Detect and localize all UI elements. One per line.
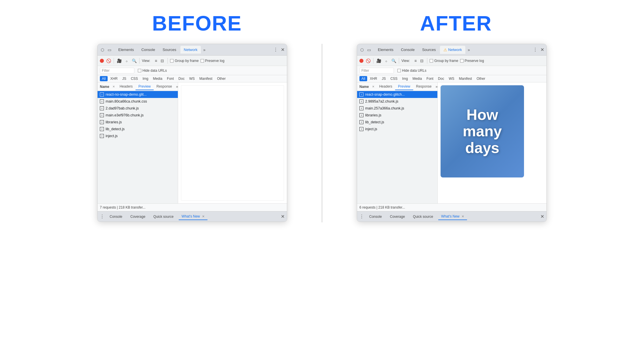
filter-media-before[interactable]: Media: [151, 76, 164, 81]
name-col-x-after[interactable]: ✕: [371, 85, 375, 89]
list-view-icon-after[interactable]: ≡: [413, 58, 418, 64]
kebab-icon-after[interactable]: ⋮: [533, 47, 538, 52]
drawer-whatsnew-close-after[interactable]: ✕: [462, 215, 464, 218]
tab-console-before[interactable]: Console: [138, 46, 159, 54]
file-item-1-before[interactable]: f main.80ca66ca.chunk.css: [98, 98, 178, 105]
filter-input-before[interactable]: Filter: [100, 68, 134, 73]
filter-ws-after[interactable]: WS: [447, 76, 456, 81]
drawer-coverage-before[interactable]: Coverage: [127, 213, 148, 220]
filter-doc-before[interactable]: Doc: [176, 76, 186, 81]
filter-input-after[interactable]: Filter: [359, 68, 394, 73]
hide-data-urls-before[interactable]: Hide data URLs: [138, 69, 167, 73]
filter-img-before[interactable]: Img: [140, 76, 150, 81]
filter-xhr-before[interactable]: XHR: [108, 76, 119, 81]
filter-img-after[interactable]: Img: [400, 76, 410, 81]
filter-all-after[interactable]: All: [359, 76, 367, 81]
drawer-coverage-after[interactable]: Coverage: [387, 213, 408, 220]
filter-css-before[interactable]: CSS: [129, 76, 140, 81]
sub-tab-response-before[interactable]: Response: [154, 83, 175, 90]
drawer-whatsnew-before[interactable]: What's New ✕: [179, 213, 207, 220]
close-icon-before[interactable]: ✕: [281, 47, 285, 52]
sub-tab-preview-after[interactable]: Preview: [395, 83, 413, 90]
drawer-dots-after[interactable]: ⋮: [359, 214, 364, 219]
drawer-close-before[interactable]: ✕: [281, 214, 285, 219]
filter-manifest-after[interactable]: Manifest: [457, 76, 474, 81]
tab-more-after[interactable]: »: [466, 46, 472, 53]
filter-font-before[interactable]: Font: [165, 76, 176, 81]
search-icon-before[interactable]: 🔍: [131, 58, 137, 64]
group-by-frame-after[interactable]: Group by frame: [430, 59, 458, 63]
preserve-log-checkbox-before[interactable]: [201, 59, 204, 63]
filter-media-after[interactable]: Media: [410, 76, 424, 81]
file-item-4-before[interactable]: f libraries.js: [98, 119, 178, 126]
group-by-frame-checkbox-after[interactable]: [430, 59, 433, 63]
drawer-whatsnew-after[interactable]: What's New ✕: [438, 213, 467, 220]
device-icon[interactable]: ▭: [107, 47, 112, 52]
file-item-6-before[interactable]: f inject.js: [98, 133, 178, 139]
tab-elements-before[interactable]: Elements: [115, 46, 137, 54]
sub-tab-headers-after[interactable]: Headers: [376, 83, 395, 90]
drawer-console-after[interactable]: Console: [366, 213, 385, 220]
clear-icon-after[interactable]: 🚫: [365, 58, 371, 64]
close-icon-after[interactable]: ✕: [540, 47, 544, 52]
inspect-icon[interactable]: ⬡: [100, 47, 105, 52]
preserve-log-after[interactable]: Preserve log: [460, 59, 484, 63]
file-item-2-after[interactable]: f main.257a366a.chunk.js: [357, 105, 437, 112]
camera-icon-before[interactable]: 🎥: [116, 58, 122, 64]
drawer-quicksource-before[interactable]: Quick source: [150, 213, 176, 220]
name-col-x-before[interactable]: ✕: [112, 85, 116, 89]
file-item-0-before[interactable]: f react-no-snap-demo.glit...: [98, 91, 178, 98]
device-icon-after[interactable]: ▭: [366, 47, 371, 52]
filter-other-after[interactable]: Other: [475, 76, 487, 81]
drawer-console-before[interactable]: Console: [107, 213, 125, 220]
tab-sources-after[interactable]: Sources: [419, 46, 439, 54]
file-item-5-before[interactable]: f lib_detect.js: [98, 126, 178, 133]
record-icon-before[interactable]: [100, 59, 104, 63]
filter-css-after[interactable]: CSS: [388, 76, 400, 81]
tab-console-after[interactable]: Console: [397, 46, 418, 54]
preserve-log-before[interactable]: Preserve log: [201, 59, 224, 63]
sub-tab-headers-before[interactable]: Headers: [117, 83, 136, 90]
filter-doc-after[interactable]: Doc: [436, 76, 446, 81]
group-by-frame-before[interactable]: Group by frame: [170, 59, 199, 63]
sub-tab-more-after[interactable]: »: [436, 84, 438, 89]
filter-ws-before[interactable]: WS: [187, 76, 197, 81]
drawer-quicksource-after[interactable]: Quick source: [410, 213, 436, 220]
tab-network-before[interactable]: Network: [180, 46, 201, 54]
grid-view-icon-after[interactable]: ⊟: [419, 58, 425, 64]
file-item-3-before[interactable]: f main.e3ef976b.chunk.js: [98, 112, 178, 119]
grid-view-icon-before[interactable]: ⊟: [159, 58, 165, 64]
hide-data-urls-checkbox-after[interactable]: [397, 69, 401, 72]
filter-other-before[interactable]: Other: [215, 76, 228, 81]
file-item-0-after[interactable]: f react-snap-demo.glitch...: [357, 91, 437, 98]
file-item-5-after[interactable]: f inject.js: [357, 126, 437, 133]
list-view-icon-before[interactable]: ≡: [153, 58, 159, 64]
record-icon-after[interactable]: [359, 59, 363, 63]
filter-js-after[interactable]: JS: [380, 76, 388, 81]
hide-data-urls-after[interactable]: Hide data URLs: [397, 69, 426, 73]
filter-icon-after[interactable]: ⬦: [383, 58, 389, 64]
filter-xhr-after[interactable]: XHR: [368, 76, 379, 81]
file-item-4-after[interactable]: f lib_detect.js: [357, 119, 437, 126]
tab-more-before[interactable]: »: [201, 46, 207, 53]
tab-sources-before[interactable]: Sources: [159, 46, 180, 54]
search-icon-after[interactable]: 🔍: [391, 58, 397, 64]
drawer-dots-before[interactable]: ⋮: [100, 214, 104, 219]
filter-icon-before[interactable]: ⬦: [124, 58, 129, 64]
group-by-frame-checkbox-before[interactable]: [170, 59, 174, 63]
sub-tab-response-after[interactable]: Response: [413, 83, 435, 90]
clear-icon-before[interactable]: 🚫: [106, 58, 111, 64]
file-item-1-after[interactable]: f 2.9895a7a2.chunk.js: [357, 98, 437, 105]
filter-all-before[interactable]: All: [100, 76, 108, 81]
filter-manifest-before[interactable]: Manifest: [197, 76, 214, 81]
hide-data-urls-checkbox-before[interactable]: [138, 69, 141, 72]
drawer-close-after[interactable]: ✕: [540, 214, 544, 219]
tab-elements-after[interactable]: Elements: [374, 46, 397, 54]
filter-font-after[interactable]: Font: [424, 76, 435, 81]
sub-tab-preview-before[interactable]: Preview: [136, 83, 154, 90]
tab-network-after[interactable]: ⚠ Network: [440, 46, 466, 54]
camera-icon-after[interactable]: 🎥: [376, 58, 382, 64]
kebab-icon-before[interactable]: ⋮: [273, 47, 278, 52]
preserve-log-checkbox-after[interactable]: [460, 59, 464, 63]
drawer-whatsnew-close-before[interactable]: ✕: [202, 215, 205, 218]
